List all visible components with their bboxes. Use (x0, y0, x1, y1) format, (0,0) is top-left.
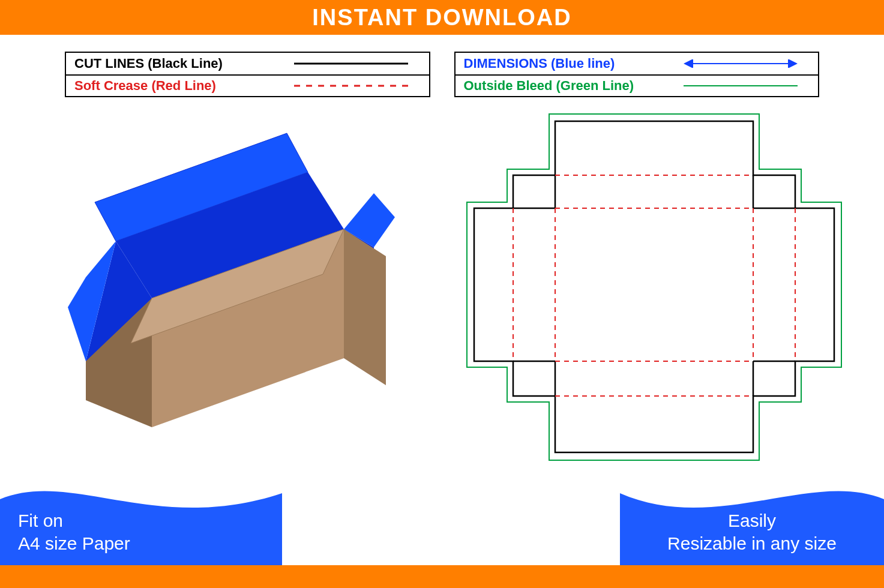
box-3d-render (24, 109, 436, 469)
page-title: INSTANT DOWNLOAD (312, 5, 571, 31)
line-dashed-red-icon (282, 85, 421, 87)
arrow-double-blue-icon (671, 59, 810, 68)
legend-cut-lines: CUT LINES (Black Line) (66, 53, 429, 74)
legend-right: DIMENSIONS (Blue line) Outside Bleed (Gr… (454, 52, 820, 97)
line-solid-green-icon (671, 85, 810, 87)
legend: CUT LINES (Black Line) Soft Crease (Red … (0, 35, 884, 97)
svg-marker-12 (344, 229, 386, 385)
legend-label: DIMENSIONS (Blue line) (464, 56, 672, 71)
footer-bar (0, 565, 884, 588)
legend-label: Soft Crease (Red Line) (74, 78, 282, 94)
legend-soft-crease: Soft Crease (Red Line) (66, 74, 429, 96)
badge-fit-a4: Fit on A4 size Paper (0, 469, 282, 565)
line-solid-black-icon (282, 62, 421, 65)
dieline-flat (448, 109, 861, 469)
legend-outside-bleed: Outside Bleed (Green Line) (456, 74, 819, 96)
legend-left: CUT LINES (Black Line) Soft Crease (Red … (65, 52, 430, 97)
bleed-outline (467, 114, 841, 460)
legend-dimensions: DIMENSIONS (Blue line) (456, 53, 819, 74)
badge-right-line2: Resizable in any size (638, 532, 866, 555)
legend-label: Outside Bleed (Green Line) (464, 78, 672, 94)
cut-outline (474, 121, 834, 452)
badge-right-line1: Easily (638, 509, 866, 532)
badge-left-line1: Fit on (18, 509, 130, 532)
legend-label: CUT LINES (Black Line) (74, 56, 282, 71)
badge-left-line2: A4 size Paper (18, 532, 130, 555)
badge-resizable: Easily Resizable in any size (620, 469, 884, 565)
header-bar: INSTANT DOWNLOAD (0, 0, 884, 35)
content-area (0, 97, 884, 469)
